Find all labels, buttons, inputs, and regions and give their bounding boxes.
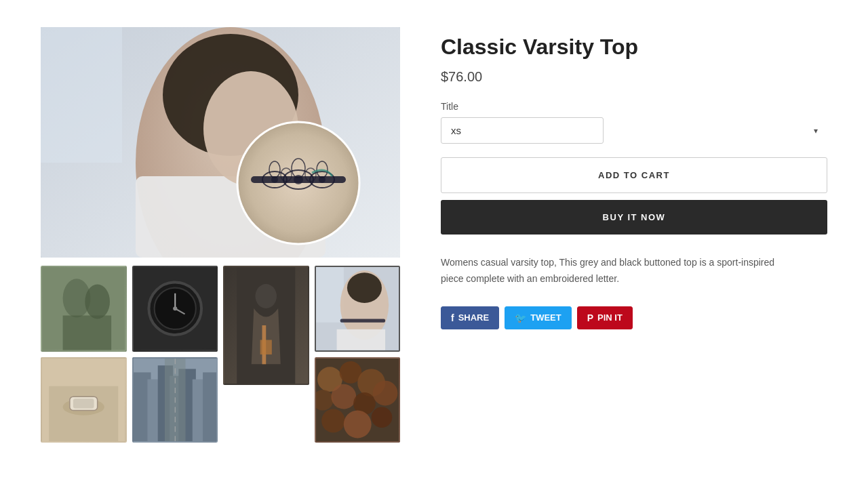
- facebook-icon: f: [451, 312, 454, 323]
- main-product-image: [41, 27, 400, 258]
- chevron-down-icon: ▾: [814, 126, 818, 136]
- svg-point-61: [372, 380, 397, 405]
- size-select-wrapper: xs s m l xl ▾: [441, 117, 827, 144]
- svg-point-36: [347, 272, 381, 303]
- svg-rect-38: [340, 319, 384, 323]
- option-label: Title: [441, 101, 827, 112]
- thumbnail-3[interactable]: [223, 266, 309, 385]
- svg-rect-34: [316, 267, 344, 323]
- thumbnail-5[interactable]: [41, 357, 127, 443]
- svg-rect-32: [260, 340, 272, 355]
- svg-rect-51: [203, 372, 216, 441]
- pinterest-share-button[interactable]: P PIN IT: [577, 306, 633, 329]
- buy-it-now-button[interactable]: BUY IT NOW: [441, 200, 827, 235]
- svg-point-21: [85, 285, 110, 319]
- social-share-buttons: f SHARE 🐦 TWEET P PIN IT: [441, 306, 827, 329]
- product-page: Classic Varsity Top $76.00 Title xs s m …: [27, 0, 841, 470]
- thumbnail-2[interactable]: [132, 266, 218, 352]
- product-images-column: [41, 27, 400, 443]
- svg-rect-37: [336, 329, 384, 350]
- facebook-share-label: SHARE: [458, 312, 490, 323]
- size-select[interactable]: xs s m l xl: [441, 117, 604, 144]
- product-description: Womens casual varsity top, This grey and…: [441, 255, 780, 287]
- svg-rect-43: [73, 399, 94, 408]
- thumbnail-7[interactable]: [315, 357, 401, 443]
- svg-point-28: [173, 306, 177, 310]
- thumbnail-1[interactable]: [41, 266, 127, 352]
- twitter-icon: 🐦: [515, 312, 526, 323]
- svg-rect-1: [41, 27, 122, 163]
- svg-point-62: [321, 409, 345, 432]
- thumbnail-6[interactable]: [132, 357, 218, 443]
- main-image-background: [41, 27, 400, 258]
- twitter-share-label: TWEET: [530, 312, 561, 323]
- product-price: $76.00: [441, 69, 827, 85]
- product-details-column: Classic Varsity Top $76.00 Title xs s m …: [441, 27, 827, 443]
- svg-point-64: [371, 407, 392, 428]
- product-title: Classic Varsity Top: [441, 34, 827, 60]
- twitter-share-button[interactable]: 🐦 TWEET: [505, 306, 572, 329]
- thumbnail-grid: [41, 266, 400, 443]
- svg-point-59: [331, 384, 356, 409]
- add-to-cart-button[interactable]: ADD TO CART: [441, 157, 827, 193]
- facebook-share-button[interactable]: f SHARE: [441, 306, 499, 329]
- pinterest-icon: P: [587, 312, 593, 323]
- pinterest-share-label: PIN IT: [597, 312, 623, 323]
- svg-rect-22: [63, 315, 111, 350]
- svg-point-63: [343, 410, 371, 438]
- product-photo-svg: [41, 27, 400, 258]
- thumbnail-4[interactable]: [315, 266, 401, 352]
- svg-point-30: [255, 284, 277, 308]
